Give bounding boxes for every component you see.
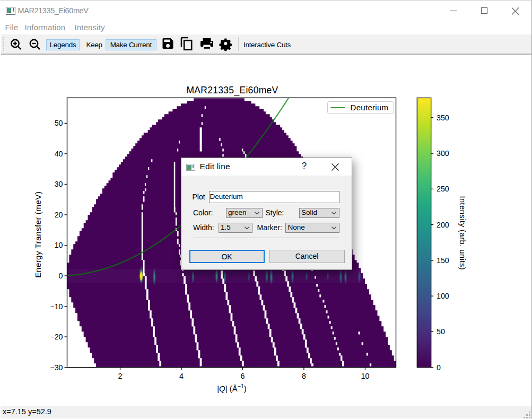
svg-text:50: 50: [437, 327, 445, 336]
svg-text:Energy Transfer (meV): Energy Transfer (meV): [33, 191, 42, 278]
svg-text:50: 50: [55, 119, 63, 127]
svg-text:MAR21335_Ei60meV: MAR21335_Ei60meV: [186, 85, 278, 96]
svg-text:10: 10: [361, 372, 370, 380]
svg-text:2: 2: [118, 372, 123, 380]
svg-text:10: 10: [55, 241, 63, 249]
svg-text:4: 4: [179, 372, 184, 380]
svg-text:|Q| (Å−1): |Q| (Å−1): [217, 383, 247, 392]
svg-text:40: 40: [55, 150, 63, 158]
svg-text:0: 0: [437, 363, 441, 372]
svg-text:350: 350: [437, 114, 449, 122]
svg-text:−30: −30: [50, 363, 63, 372]
svg-text:Deuterium: Deuterium: [351, 103, 389, 112]
svg-text:150: 150: [437, 256, 449, 265]
svg-text:0: 0: [59, 272, 63, 280]
svg-text:300: 300: [437, 149, 449, 158]
svg-text:8: 8: [302, 372, 306, 380]
svg-text:−10: −10: [50, 302, 63, 311]
svg-text:−20: −20: [50, 333, 63, 341]
svg-text:20: 20: [55, 211, 63, 219]
svg-text:250: 250: [437, 185, 449, 193]
svg-text:30: 30: [55, 180, 63, 188]
svg-text:100: 100: [437, 292, 449, 300]
svg-text:Intensity (arb. units): Intensity (arb. units): [458, 196, 467, 270]
svg-text:6: 6: [241, 372, 245, 380]
svg-text:200: 200: [437, 221, 449, 229]
